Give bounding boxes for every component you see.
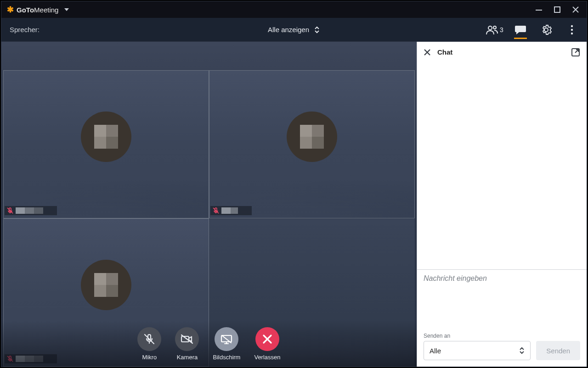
chat-header: Chat [417,42,587,63]
share-screen-button[interactable]: Bildschirm [213,327,240,361]
mic-off-icon [143,333,155,345]
send-to-value: Alle [430,347,441,355]
chat-message-input[interactable] [424,274,580,318]
select-sort-icon [519,346,525,355]
participants-button[interactable]: 3 [488,23,501,36]
svg-point-6 [571,32,573,34]
send-to-select[interactable]: Alle [424,341,531,360]
logo-icon: ✱ [7,5,14,15]
chat-icon [514,24,526,35]
brand-suffix: Meeting [34,6,58,14]
close-window-button[interactable] [571,5,580,14]
svg-rect-1 [554,7,560,12]
close-icon [262,334,272,344]
mic-label: Mikro [142,354,157,361]
more-menu-button[interactable] [565,23,578,36]
settings-button[interactable] [540,23,553,36]
people-icon [486,25,498,35]
control-bar: Mikro Kamera Bilds [1,321,417,367]
muted-mic-icon [212,207,220,214]
video-stage: Mikro Kamera Bilds [1,42,417,367]
toolbar-right: 3 [488,23,578,36]
app-brand[interactable]: ✱ GoToMeeting [7,5,69,15]
chat-popout-button[interactable] [571,48,580,57]
svg-point-3 [493,26,496,29]
chat-button[interactable] [514,26,527,39]
chat-close-button[interactable] [424,49,431,56]
svg-point-4 [571,25,573,27]
participant-namebar [5,206,57,215]
participant-namebar [210,206,252,215]
chat-input-area [417,269,587,329]
main-area: Mikro Kamera Bilds [1,42,587,367]
avatar [287,112,337,162]
camera-toggle[interactable]: Kamera [175,327,199,361]
muted-mic-icon [6,207,14,214]
leave-button[interactable]: Verlassen [254,327,280,361]
svg-point-5 [571,28,573,30]
chat-title: Chat [437,48,452,56]
send-button[interactable]: Senden [536,341,580,360]
avatar [81,112,131,162]
chat-panel: Chat Senden an Alle [417,42,587,367]
leave-label: Verlassen [254,354,280,361]
svg-point-2 [488,26,492,30]
send-to-group: Senden an Alle [424,333,531,360]
brand-dropdown-icon[interactable] [64,7,69,12]
brand-prefix: GoTo [17,6,34,14]
avatar [81,260,131,310]
view-mode-sort-icon [314,26,320,34]
minimize-button[interactable] [534,5,543,14]
participant-name-redacted [221,207,238,214]
speaker-label: Sprecher: [10,26,40,33]
window-buttons [534,5,584,14]
screen-share-icon [220,334,233,345]
participant-tile[interactable] [3,70,209,218]
participant-name-redacted [16,207,43,214]
camera-off-icon [181,334,193,345]
participant-count: 3 [500,26,503,33]
svg-rect-0 [536,10,542,11]
mic-toggle[interactable]: Mikro [137,327,161,361]
brand-text: GoToMeeting [17,6,58,14]
toolbar: Sprecher: Alle anzeigen 3 [1,18,587,42]
gear-icon [541,24,552,35]
camera-label: Kamera [177,354,198,361]
view-mode-label: Alle anzeigen [268,26,309,33]
app-window: ✱ GoToMeeting Sprecher: Alle anzeigen [1,1,587,367]
chat-send-row: Senden an Alle Senden [417,329,587,367]
chat-messages [417,63,587,269]
send-to-label: Senden an [424,333,531,339]
maximize-button[interactable] [553,5,562,14]
participant-tile[interactable] [209,70,415,218]
screen-label: Bildschirm [213,354,240,361]
kebab-icon [571,25,573,35]
view-mode-selector[interactable]: Alle anzeigen [268,26,320,34]
video-grid [1,42,417,367]
titlebar: ✱ GoToMeeting [1,1,587,18]
